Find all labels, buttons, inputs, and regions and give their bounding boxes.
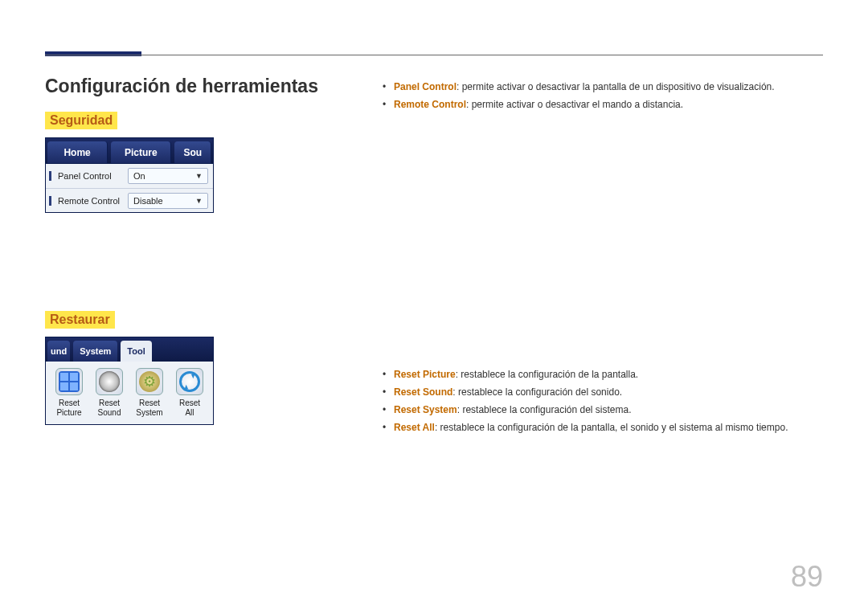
desc-reset-all: Reset All: restablece la configuración d…: [383, 419, 823, 435]
term-reset-picture: Reset Picture: [394, 369, 456, 380]
subheading-seguridad: Seguridad: [45, 112, 117, 129]
subheading-restaurar: Restaurar: [45, 311, 115, 329]
seguridad-tab-bar: Home Picture Sou: [46, 138, 213, 164]
desc-reset-picture: Reset Picture: restablece la configuraci…: [383, 366, 823, 382]
desc-reset-sound: Reset Sound: restablece la configuración…: [383, 384, 823, 400]
section-title: Configuración de herramientas: [45, 76, 366, 97]
chevron-down-icon: ▼: [195, 197, 203, 205]
text-panel-control: : permite activar o desactivar la pantal…: [457, 81, 775, 92]
reset-sound-button[interactable]: Reset Sound: [89, 368, 129, 418]
label-remote-control: Remote Control: [49, 196, 123, 206]
select-remote-control[interactable]: Disable ▼: [128, 193, 208, 209]
term-reset-system: Reset System: [394, 404, 457, 415]
accent-bar: [45, 51, 141, 56]
two-column-layout: Configuración de herramientas Seguridad …: [45, 76, 823, 437]
page-number: 89: [791, 560, 823, 594]
term-remote-control: Remote Control: [394, 99, 466, 110]
text-reset-sound: : restablece la configuración del sonido…: [452, 386, 622, 398]
desc-remote-control: Remote Control: permite activar o desact…: [383, 96, 823, 112]
restaurar-ui-screenshot: und System Tool Reset Picture Reset Soun…: [45, 337, 214, 425]
reset-system-label: Reset System: [129, 398, 170, 418]
reset-picture-icon: [55, 368, 83, 395]
label-panel-control: Panel Control: [49, 171, 123, 181]
reset-system-icon: [136, 368, 163, 395]
tab-picture[interactable]: Picture: [111, 141, 171, 163]
row-panel-control: Panel Control On ▼: [46, 164, 213, 188]
reset-sound-label: Reset Sound: [89, 398, 129, 418]
seguridad-body: Panel Control On ▼ Remote Control Disabl…: [46, 164, 213, 212]
reset-all-icon: [176, 368, 203, 395]
restaurar-body: Reset Picture Reset Sound Reset System R…: [46, 362, 213, 424]
text-reset-picture: : restablece la configuración de la pant…: [456, 369, 638, 380]
reset-picture-label: Reset Picture: [49, 398, 89, 418]
row-remote-control: Remote Control Disable ▼: [46, 188, 213, 212]
seguridad-ui-screenshot: Home Picture Sou Panel Control On ▼ Remo…: [45, 137, 214, 213]
term-reset-all: Reset All: [394, 422, 435, 433]
reset-picture-button[interactable]: Reset Picture: [49, 368, 89, 418]
select-panel-control[interactable]: On ▼: [128, 168, 208, 184]
term-panel-control: Panel Control: [394, 81, 457, 92]
select-remote-control-value: Disable: [133, 196, 163, 206]
tab-und-truncated[interactable]: und: [47, 341, 70, 362]
document-page: Configuración de herramientas Seguridad …: [0, 0, 868, 613]
text-remote-control: : permite activar o desactivar el mando …: [466, 99, 683, 110]
reset-sound-icon: [96, 368, 123, 395]
select-panel-control-value: On: [133, 171, 145, 181]
restaurar-tab-bar: und System Tool: [46, 337, 213, 362]
tab-sound-truncated[interactable]: Sou: [174, 141, 211, 163]
term-reset-sound: Reset Sound: [394, 386, 452, 398]
vertical-spacer: [45, 239, 366, 311]
left-column: Configuración de herramientas Seguridad …: [45, 76, 366, 437]
restaurar-description-list: Reset Picture: restablece la configuraci…: [383, 366, 823, 435]
text-reset-system: : restablece la configuración del sistem…: [457, 404, 632, 415]
horizontal-rule: [45, 55, 823, 55]
tab-home[interactable]: Home: [47, 141, 108, 163]
text-reset-all: : restablece la configuración de la pant…: [435, 422, 788, 433]
right-column: Panel Control: permite activar o desacti…: [366, 76, 823, 437]
reset-all-button[interactable]: Reset All: [170, 368, 210, 418]
tab-tool-active[interactable]: Tool: [121, 341, 151, 362]
tab-system[interactable]: System: [73, 341, 117, 362]
desc-reset-system: Reset System: restablece la configuració…: [383, 402, 823, 418]
reset-system-button[interactable]: Reset System: [129, 368, 170, 418]
chevron-down-icon: ▼: [195, 172, 203, 180]
desc-panel-control: Panel Control: permite activar o desacti…: [383, 79, 823, 95]
seguridad-description-list: Panel Control: permite activar o desacti…: [383, 79, 823, 112]
reset-all-label: Reset All: [170, 398, 210, 418]
